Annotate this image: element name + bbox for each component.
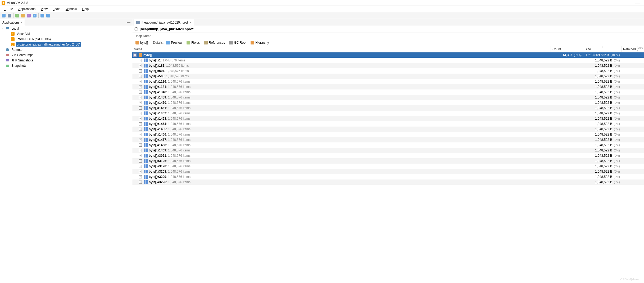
table-row[interactable]: +byte[]#1 : 1,048,576 items1,048,592 B(0… xyxy=(132,58,644,63)
row-name: byte[]#1464 xyxy=(149,122,166,126)
tree-node[interactable]: Snapshots xyxy=(0,63,132,68)
row-expand-icon[interactable]: + xyxy=(139,106,142,110)
row-expand-icon[interactable]: + xyxy=(139,91,142,94)
table-row[interactable]: +byte[]#3209 : 1,048,576 items1,048,592 … xyxy=(132,174,644,179)
menu-help[interactable]: Help xyxy=(80,7,91,11)
table-row[interactable]: +byte[]#1126 : 1,048,576 items1,048,592 … xyxy=(132,79,644,84)
tab-applications-close-icon[interactable]: × xyxy=(21,21,22,24)
svg-rect-79 xyxy=(146,175,148,179)
row-expand-icon[interactable]: + xyxy=(139,159,142,163)
row-expand-icon[interactable]: + xyxy=(139,175,142,178)
tree-node[interactable]: JVisualVM xyxy=(0,31,132,37)
table-row[interactable]: +byte[]#504 : 1,048,576 items1,048,592 B… xyxy=(132,68,644,74)
table-row[interactable]: +byte[]#1461 : 1,048,576 items1,048,592 … xyxy=(132,105,644,111)
row-expand-icon[interactable]: + xyxy=(139,75,142,78)
row-expand-icon[interactable]: + xyxy=(139,85,142,88)
chip-byte-array[interactable]: byte[] xyxy=(134,40,149,45)
table-row[interactable]: +byte[]#1466 : 1,048,576 items1,048,592 … xyxy=(132,132,644,137)
row-expand-icon[interactable]: + xyxy=(139,170,142,173)
chip-references[interactable]: References xyxy=(202,40,226,45)
tree-node[interactable]: Remote xyxy=(0,47,132,52)
tree-node-label: Snapshots xyxy=(11,64,27,68)
toolbar-btn-2[interactable] xyxy=(7,13,12,18)
chip-fields[interactable]: Fields xyxy=(185,40,201,45)
toolbar-btn-6[interactable]: + xyxy=(32,13,37,18)
row-expand-icon[interactable]: + xyxy=(139,59,142,62)
table-row[interactable]: +byte[]#1467 : 1,048,576 items1,048,592 … xyxy=(132,137,644,142)
row-expand-icon[interactable]: + xyxy=(139,149,142,152)
tree-node[interactable]: VM Coredumps xyxy=(0,52,132,58)
table-row[interactable]: +byte[]#3198 : 1,048,576 items1,048,592 … xyxy=(132,164,644,169)
tree-collapse-icon[interactable]: − xyxy=(1,27,4,30)
table-row[interactable]: +byte[]#505 : 1,048,576 items1,048,592 B… xyxy=(132,74,644,79)
row-expand-icon[interactable]: + xyxy=(139,133,142,136)
row-expand-icon[interactable]: + xyxy=(139,117,142,120)
table-row[interactable]: +byte[]#1462 : 1,048,576 items1,048,592 … xyxy=(132,111,644,116)
table-row[interactable]: +byte[]#3061 : 1,048,576 items1,048,592 … xyxy=(132,153,644,158)
menu-window[interactable]: Window xyxy=(64,7,79,11)
toolbar-btn-4[interactable]: + xyxy=(20,13,26,18)
table-row[interactable]: +byte[]#1181 : 1,048,576 items1,048,592 … xyxy=(132,84,644,89)
tree-node[interactable]: JIntelliJ IDEA (pid 10136) xyxy=(0,37,132,42)
table-row[interactable]: +byte[]#1468 : 1,048,576 items1,048,592 … xyxy=(132,142,644,148)
left-pane-minimize-icon[interactable]: — xyxy=(127,20,130,24)
applications-tree[interactable]: −LocalJVisualVMJIntelliJ IDEA (pid 10136… xyxy=(0,25,132,283)
table-row-parent[interactable]: −byte[]14,337(39%)1,213,869,632 B(100%) xyxy=(132,52,644,58)
row-expand-icon[interactable]: + xyxy=(139,96,142,99)
tree-node[interactable]: Jorg.jetbrains.jps.cmdline.Launcher (pid… xyxy=(0,42,132,47)
table-row[interactable]: +byte[]#1348 : 1,048,576 items1,048,592 … xyxy=(132,89,644,95)
svg-rect-62 xyxy=(144,133,146,136)
table-row[interactable]: +byte[]#181 : 1,048,576 items1,048,592 B… xyxy=(132,63,644,68)
svg-rect-65 xyxy=(146,138,148,142)
tab-applications[interactable]: Applications × xyxy=(0,19,25,25)
row-expand-icon[interactable]: + xyxy=(139,154,142,157)
row-expand-icon[interactable]: + xyxy=(139,122,142,125)
table-row[interactable]: +byte[]#1463 : 1,048,576 items1,048,592 … xyxy=(132,116,644,121)
row-collapse-icon[interactable]: − xyxy=(133,53,137,57)
row-expand-icon[interactable]: + xyxy=(139,64,142,67)
table-row[interactable]: +byte[]#1464 : 1,048,576 items1,048,592 … xyxy=(132,121,644,127)
row-expand-icon[interactable]: + xyxy=(139,101,142,104)
col-size[interactable]: ▾Size xyxy=(583,46,622,52)
toolbar-btn-8[interactable] xyxy=(46,13,51,18)
svg-rect-57 xyxy=(146,117,148,120)
col-name[interactable]: Name xyxy=(132,46,551,52)
row-expand-icon[interactable]: + xyxy=(139,80,142,83)
chip-hierarchy[interactable]: Hierarchy xyxy=(249,40,270,45)
col-count[interactable]: Count xyxy=(551,46,583,52)
chip-preview[interactable]: Preview xyxy=(165,40,184,45)
svg-text:+: + xyxy=(34,14,35,17)
minimize-button[interactable]: — xyxy=(632,0,642,6)
table-row[interactable]: +byte[]#1469 : 1,048,576 items1,048,592 … xyxy=(132,148,644,153)
row-expand-icon[interactable]: + xyxy=(139,112,142,115)
tree-node[interactable]: JFR Snapshots xyxy=(0,58,132,63)
col-retained[interactable]: Retained(sort t xyxy=(622,46,644,52)
heap-table[interactable]: −byte[]14,337(39%)1,213,869,632 B(100%)+… xyxy=(132,52,644,283)
menu-applications[interactable]: Applications xyxy=(16,7,38,11)
toolbar-btn-5[interactable]: + xyxy=(26,13,31,18)
table-row[interactable]: +byte[]#3126 : 1,048,576 items1,048,592 … xyxy=(132,158,644,164)
tab-heapdump-close-icon[interactable]: × xyxy=(189,21,191,24)
row-expand-icon[interactable]: + xyxy=(139,165,142,168)
row-expand-icon[interactable]: + xyxy=(139,143,142,147)
menu-view[interactable]: View xyxy=(39,7,50,11)
row-expand-icon[interactable]: + xyxy=(139,69,142,73)
table-row[interactable]: +byte[]#3208 : 1,048,576 items1,048,592 … xyxy=(132,169,644,174)
row-expand-icon[interactable]: + xyxy=(139,181,142,184)
svg-rect-74 xyxy=(144,164,146,168)
toolbar-btn-3[interactable]: + xyxy=(15,13,20,18)
menu-tools[interactable]: Tools xyxy=(51,7,62,11)
chip-gc-root[interactable]: GC Root xyxy=(228,40,248,45)
row-expand-icon[interactable]: + xyxy=(139,138,142,141)
row-size: 1,048,592 B(0%) xyxy=(583,111,622,115)
tab-heapdump[interactable]: [heapdump] java_pid16020.hprof × xyxy=(134,19,194,25)
tree-node[interactable]: −Local xyxy=(0,26,132,31)
row-expand-icon[interactable]: + xyxy=(139,128,142,131)
toolbar-btn-7[interactable] xyxy=(40,13,45,18)
menu-file[interactable]: File xyxy=(2,7,15,11)
toolbar-btn-1[interactable] xyxy=(1,13,6,18)
table-row[interactable]: +byte[]#3226 : 1,048,576 items1,048,592 … xyxy=(132,179,644,185)
table-row[interactable]: +byte[]#1460 : 1,048,576 items1,048,592 … xyxy=(132,100,644,105)
table-row[interactable]: +byte[]#1465 : 1,048,576 items1,048,592 … xyxy=(132,127,644,132)
table-row[interactable]: +byte[]#1459 : 1,048,576 items1,048,592 … xyxy=(132,95,644,100)
